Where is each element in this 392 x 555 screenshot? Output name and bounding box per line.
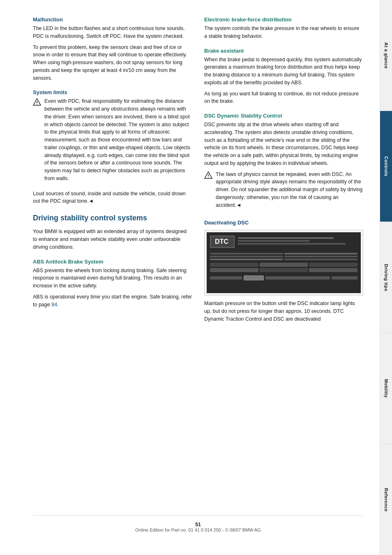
dsc-para-1: DSC prevents slip at the drive wheels wh… bbox=[204, 121, 363, 167]
abs-para-2: ABS is operational every time you start … bbox=[33, 293, 192, 309]
svg-point-2 bbox=[37, 104, 37, 105]
system-limits-section: System limits Even with PDC, final respo… bbox=[33, 89, 192, 205]
dtc-image: DTC bbox=[204, 230, 363, 296]
page-footer: 51 Online Edition for Part no. 01 41 0 0… bbox=[33, 515, 363, 539]
right-column: Electronic brake-force distribution The … bbox=[204, 16, 363, 507]
deactivating-dsc-text: Maintain pressure on the button until th… bbox=[204, 300, 363, 323]
dsc-warning-triangle-icon bbox=[204, 171, 212, 179]
dtc-button-label: DTC bbox=[210, 236, 235, 248]
abs-title: ABS Antilock Brake System bbox=[33, 259, 192, 265]
dsc-title: DSC Dynamic Stability Control bbox=[204, 113, 363, 119]
driving-stability-intro: Your BMW is equipped with an extended ar… bbox=[33, 228, 192, 251]
ebfd-title: Electronic brake-force distribution bbox=[204, 16, 363, 23]
sidebar-tab-mobility[interactable]: Mobility bbox=[380, 333, 392, 444]
page-container: Malfunction The LED in the button flashe… bbox=[0, 0, 392, 555]
abs-section: ABS Antilock Brake System ABS prevents t… bbox=[33, 259, 192, 309]
driving-stability-title: Driving stability control systems bbox=[33, 213, 192, 223]
system-limits-warning-text: Even with PDC, final responsibility for … bbox=[44, 97, 192, 182]
ebfd-section: Electronic brake-force distribution The … bbox=[204, 16, 363, 40]
sidebar: At a glance Controls Driving tips Mobili… bbox=[380, 0, 392, 555]
dsc-section: DSC Dynamic Stability Control DSC preven… bbox=[204, 113, 363, 212]
brake-assistant-extra: As long as you want full braking to cont… bbox=[204, 90, 363, 106]
warning-triangle-icon bbox=[33, 98, 41, 106]
abs-para-1: ABS prevents the wheels from locking dur… bbox=[33, 267, 192, 290]
malfunction-title: Malfunction bbox=[33, 16, 192, 23]
dtc-screen: DTC bbox=[207, 232, 361, 293]
two-column-layout: Malfunction The LED in the button flashe… bbox=[33, 16, 363, 507]
malfunction-section: Malfunction The LED in the button flashe… bbox=[33, 16, 192, 82]
system-limits-title: System limits bbox=[33, 89, 192, 95]
dsc-warning-text: The laws of physics cannot be repealed, … bbox=[216, 171, 363, 209]
brake-assistant-section: Brake assistant When the brake pedal is … bbox=[204, 48, 363, 106]
system-limits-warning: Even with PDC, final responsibility for … bbox=[33, 97, 192, 185]
brake-assistant-title: Brake assistant bbox=[204, 48, 363, 54]
driving-stability-section: Driving stability control systems Your B… bbox=[33, 213, 192, 251]
svg-point-5 bbox=[208, 177, 209, 178]
ebfd-text: The system controls the brake pressure i… bbox=[204, 25, 363, 40]
sidebar-tab-at-a-glance[interactable]: At a glance bbox=[380, 0, 392, 111]
malfunction-para-1: The LED in the button flashes and a shor… bbox=[33, 25, 192, 40]
brake-assistant-text: When the brake pedal is depressed quickl… bbox=[204, 56, 363, 87]
dsc-warning: The laws of physics cannot be repealed, … bbox=[204, 171, 363, 213]
main-content: Malfunction The LED in the button flashe… bbox=[0, 0, 380, 555]
footer-text: Online Edition for Part no. 01 41 0 014 … bbox=[39, 527, 357, 532]
sidebar-tab-reference[interactable]: Reference bbox=[380, 444, 392, 555]
system-limits-extra: Loud sources of sound, inside and outsid… bbox=[33, 190, 192, 206]
malfunction-para-2: To prevent this problem, keep the sensor… bbox=[33, 44, 192, 82]
deactivating-dsc-title: Deactivating DSC bbox=[204, 220, 363, 226]
page-number: 51 bbox=[39, 522, 357, 527]
sidebar-tab-driving-tips[interactable]: Driving tips bbox=[380, 222, 392, 333]
page-link-84[interactable]: 84 bbox=[51, 302, 57, 308]
sidebar-tab-controls[interactable]: Controls bbox=[380, 111, 392, 222]
left-column: Malfunction The LED in the button flashe… bbox=[33, 16, 192, 507]
deactivating-dsc-section: Deactivating DSC DTC bbox=[204, 220, 363, 323]
